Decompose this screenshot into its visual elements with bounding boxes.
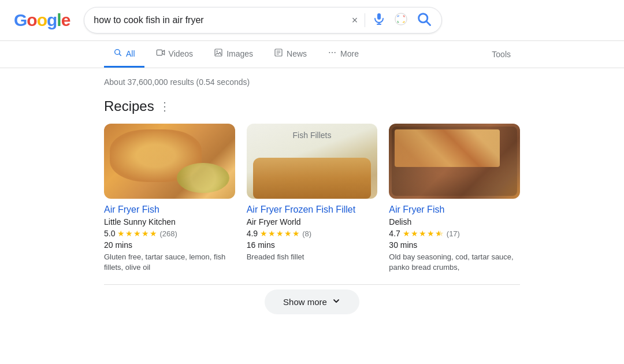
recipe-rating-3: 4.7 ★ ★ ★ ★ ★★ (17)	[389, 229, 520, 238]
recipe-desc-3: Old bay seasoning, cod, tartar sauce, pa…	[389, 252, 520, 273]
header: Google how to cook fish in air fryer ×	[0, 0, 624, 41]
star-3-3: ★	[419, 229, 426, 238]
star-1-1: ★	[117, 229, 125, 238]
tab-videos-label: Videos	[169, 49, 194, 58]
show-more-label: Show more	[283, 297, 327, 307]
star-2-5: ★	[292, 229, 300, 238]
tab-more[interactable]: More	[318, 41, 368, 68]
search-submit-icon[interactable]	[416, 11, 432, 29]
google-logo: Google	[14, 10, 70, 30]
recipe-time-1: 20 mins	[104, 240, 235, 250]
tab-news[interactable]: News	[265, 41, 316, 68]
star-1-5: ★	[150, 229, 157, 238]
star-1-4: ★	[142, 229, 149, 238]
star-3-2: ★	[411, 229, 418, 238]
svg-point-14	[332, 52, 333, 53]
mic-icon[interactable]	[372, 12, 386, 28]
recipe-card-3[interactable]: Air Fryer Fish Delish 4.7 ★ ★ ★ ★ ★★ (17…	[389, 124, 520, 273]
recipe-image-1	[104, 124, 235, 199]
recipe-source-1: Little Sunny Kitchen	[104, 217, 235, 226]
tab-more-label: More	[340, 49, 359, 58]
svg-point-8	[217, 51, 218, 52]
all-tab-icon	[113, 48, 122, 59]
recipe-time-3: 30 mins	[389, 240, 520, 250]
recipe-card-1[interactable]: Air Fryer Fish Little Sunny Kitchen 5.0 …	[104, 124, 235, 273]
rating-value-2: 4.9	[247, 229, 258, 238]
stars-3: ★ ★ ★ ★ ★★	[403, 229, 444, 238]
clear-button[interactable]: ×	[352, 14, 358, 27]
svg-rect-0	[377, 13, 381, 20]
recipe-rating-1: 5.0 ★ ★ ★ ★ ★ (268)	[104, 229, 235, 238]
recipe-link-3[interactable]: Air Fryer Fish	[389, 205, 520, 215]
search-bar: how to cook fish in air fryer ×	[84, 7, 442, 34]
show-more-wrapper: Show more	[104, 284, 520, 314]
recipes-more-options[interactable]: ⋮	[159, 99, 170, 113]
chevron-down-icon	[332, 296, 341, 307]
results-count: About 37,600,000 results (0.54 seconds)	[104, 77, 520, 87]
star-1-3: ★	[133, 229, 141, 238]
star-2-2: ★	[268, 229, 276, 238]
rating-count-2: (8)	[302, 229, 311, 238]
recipe-source-2: Air Fryer World	[247, 217, 378, 226]
star-2-1: ★	[260, 229, 268, 238]
recipe-card-2[interactable]: Fish Fillets Air Fryer Frozen Fish Fille…	[247, 124, 378, 273]
recipes-title: Recipes	[104, 98, 154, 114]
tab-images[interactable]: Images	[205, 41, 262, 68]
logo-g: G	[14, 10, 27, 30]
recipe-rating-2: 4.9 ★ ★ ★ ★ ★ (8)	[247, 229, 378, 238]
stars-1: ★ ★ ★ ★ ★	[117, 229, 157, 238]
svg-point-3	[395, 13, 407, 25]
tab-all-label: All	[126, 49, 135, 58]
main-content: About 37,600,000 results (0.54 seconds) …	[0, 68, 624, 324]
logo-o1: o	[27, 10, 36, 30]
tab-images-label: Images	[226, 49, 253, 58]
recipe-time-2: 16 mins	[247, 240, 378, 250]
tab-news-label: News	[287, 49, 307, 58]
star-2-4: ★	[284, 229, 292, 238]
camera-icon[interactable]	[393, 11, 409, 29]
recipe-source-3: Delish	[389, 217, 520, 226]
recipe-image-3	[389, 124, 520, 199]
more-tab-icon	[328, 48, 337, 59]
recipe-cards: Air Fryer Fish Little Sunny Kitchen 5.0 …	[104, 124, 520, 273]
recipe-desc-1: Gluten free, tartar sauce, lemon, fish f…	[104, 252, 235, 273]
search-bar-wrapper: how to cook fish in air fryer ×	[84, 7, 442, 34]
logo-l: l	[57, 10, 61, 30]
star-2-3: ★	[276, 229, 284, 238]
videos-tab-icon	[156, 48, 165, 59]
search-input[interactable]: how to cook fish in air fryer	[94, 15, 351, 25]
search-icons	[372, 11, 432, 29]
star-3-5-empty: ★	[437, 229, 444, 238]
logo-o2: o	[37, 10, 47, 30]
star-1-2: ★	[125, 229, 133, 238]
recipe-link-1[interactable]: Air Fryer Fish	[104, 205, 235, 215]
rating-count-1: (268)	[159, 229, 177, 238]
svg-point-15	[335, 52, 336, 53]
recipes-header: Recipes ⋮	[104, 98, 520, 114]
search-divider	[365, 13, 365, 27]
recipe-desc-2: Breaded fish fillet	[247, 252, 378, 262]
logo-e: e	[61, 10, 70, 30]
logo-g2: g	[47, 10, 57, 30]
recipe-image-2: Fish Fillets	[247, 124, 378, 199]
star-3-4: ★	[427, 229, 434, 238]
star-3-1: ★	[403, 229, 410, 238]
stars-2: ★ ★ ★ ★ ★	[260, 229, 300, 238]
svg-rect-6	[157, 50, 162, 55]
recipe-link-2[interactable]: Air Fryer Frozen Fish Fillet	[247, 205, 378, 215]
rating-count-3: (17)	[447, 229, 460, 238]
show-more-button[interactable]: Show more	[265, 289, 359, 314]
nav-tabs: All Videos Images	[0, 41, 624, 68]
rating-value-1: 5.0	[104, 229, 115, 238]
tab-all[interactable]: All	[104, 41, 144, 68]
rating-value-3: 4.7	[389, 229, 400, 238]
tab-videos[interactable]: Videos	[147, 41, 203, 68]
images-tab-icon	[214, 48, 223, 59]
news-tab-icon	[274, 48, 283, 59]
tools-button[interactable]: Tools	[482, 43, 520, 66]
fish-fillets-label: Fish Fillets	[293, 131, 332, 140]
svg-point-13	[329, 52, 330, 53]
